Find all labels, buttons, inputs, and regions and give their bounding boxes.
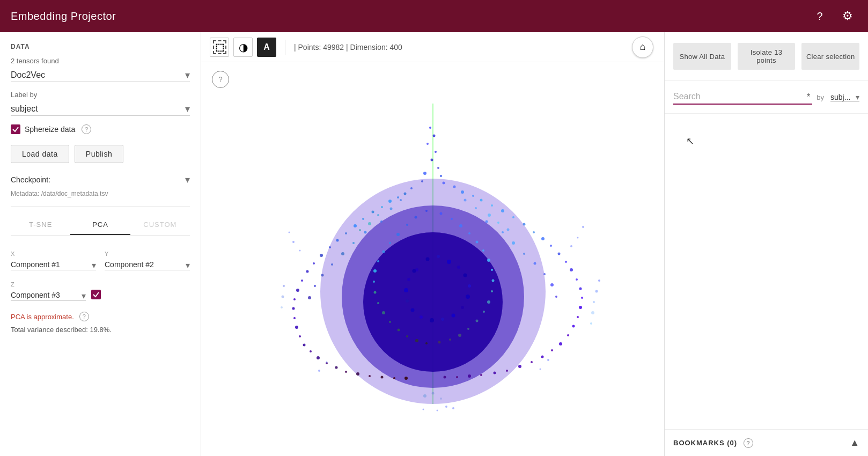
- svg-point-62: [317, 356, 320, 359]
- svg-point-181: [539, 369, 541, 370]
- svg-point-75: [456, 376, 458, 378]
- label-button[interactable]: A: [257, 38, 276, 57]
- svg-point-143: [389, 242, 391, 244]
- canvas-area[interactable]: ⬚ ◑ A | Points: 49982 | Dimension: 400 ⌂…: [201, 32, 664, 456]
- bookmarks-section[interactable]: BOOKMARKS (0) ? ▲: [665, 429, 868, 456]
- svg-point-22: [388, 200, 392, 203]
- scatter-plot-svg: [251, 93, 615, 425]
- svg-point-120: [457, 266, 460, 269]
- show-all-data-button[interactable]: Show All Data: [673, 43, 731, 70]
- help-icon-button[interactable]: ?: [810, 6, 829, 26]
- svg-point-162: [458, 334, 461, 337]
- svg-point-172: [292, 241, 295, 243]
- z-select-wrap: Component #1 Component #2 Component #3 ▾: [11, 290, 86, 301]
- data-section-label: DATA: [11, 43, 190, 50]
- svg-point-176: [452, 407, 454, 409]
- svg-point-18: [403, 193, 406, 195]
- svg-point-16: [410, 187, 413, 189]
- svg-point-108: [591, 311, 594, 314]
- bug-icon: ⚙: [842, 9, 853, 23]
- svg-point-137: [414, 216, 417, 219]
- sphereize-checkbox[interactable]: [11, 124, 20, 134]
- bug-icon-button[interactable]: ⚙: [838, 6, 857, 26]
- sphereize-label: Sphereize data: [25, 125, 75, 134]
- search-by-select[interactable]: subj...: [830, 93, 859, 102]
- svg-point-171: [288, 232, 290, 233]
- canvas-toolbar: ⬚ ◑ A | Points: 49982 | Dimension: 400 ⌂: [201, 32, 664, 62]
- svg-point-123: [466, 295, 470, 299]
- question-icon: ?: [816, 10, 822, 23]
- publish-button[interactable]: Publish: [75, 145, 123, 163]
- search-by-label: by: [816, 93, 824, 101]
- svg-point-14: [421, 180, 423, 182]
- svg-point-49: [579, 306, 582, 309]
- svg-point-58: [303, 344, 305, 347]
- svg-point-125: [451, 314, 455, 318]
- svg-point-132: [407, 278, 410, 281]
- header-icons: ? ⚙: [810, 6, 857, 26]
- night-mode-icon: ◑: [239, 41, 248, 54]
- svg-point-148: [491, 269, 493, 271]
- svg-point-81: [502, 231, 504, 233]
- svg-point-175: [436, 410, 438, 411]
- search-asterisk-icon: *: [807, 92, 810, 102]
- svg-point-35: [550, 245, 552, 247]
- svg-point-97: [475, 207, 477, 209]
- y-component-select[interactable]: Component #1 Component #2 Component #3: [105, 259, 190, 270]
- xy-axis-row: X Component #1 Component #2 Component #3…: [11, 251, 190, 270]
- x-component-select[interactable]: Component #1 Component #2 Component #3: [11, 259, 96, 270]
- checkpoint-expand-icon[interactable]: ▾: [185, 174, 190, 186]
- tab-custom[interactable]: CUSTOM: [130, 215, 190, 235]
- isolate-points-button[interactable]: Isolate 13 points: [738, 43, 796, 70]
- sphereize-help-icon[interactable]: ?: [82, 124, 91, 134]
- pca-help-icon[interactable]: ?: [79, 312, 89, 321]
- load-data-button[interactable]: Load data: [11, 145, 69, 163]
- svg-point-98: [389, 208, 392, 210]
- z-enable-checkbox[interactable]: [91, 290, 101, 299]
- svg-point-135: [425, 210, 428, 212]
- svg-point-37: [557, 253, 560, 255]
- search-input[interactable]: [673, 90, 812, 105]
- night-mode-button[interactable]: ◑: [233, 38, 253, 57]
- home-button[interactable]: ⌂: [632, 36, 653, 58]
- canvas-help-button[interactable]: ?: [212, 71, 229, 88]
- svg-point-77: [443, 376, 446, 379]
- clear-selection-button[interactable]: Clear selection: [801, 43, 859, 70]
- svg-point-66: [335, 366, 337, 369]
- app-title: Embedding Projector: [11, 10, 116, 23]
- svg-point-28: [362, 218, 364, 220]
- svg-point-15: [453, 186, 455, 188]
- svg-point-128: [420, 315, 423, 319]
- svg-point-20: [397, 196, 399, 198]
- tab-tsne[interactable]: T-SNE: [11, 215, 70, 235]
- embedding-visualization[interactable]: [201, 62, 664, 456]
- svg-point-42: [306, 270, 308, 273]
- bookmarks-expand-icon[interactable]: ▲: [850, 437, 859, 448]
- bookmarks-help-icon[interactable]: ?: [744, 438, 753, 448]
- svg-point-32: [345, 232, 347, 234]
- label-select[interactable]: subject: [11, 102, 190, 116]
- svg-point-53: [572, 325, 575, 328]
- svg-point-50: [292, 307, 295, 310]
- checkmark-icon: [12, 126, 19, 133]
- tensor-dropdown-row: Doc2Vec ▾: [11, 68, 190, 82]
- svg-point-118: [437, 255, 440, 258]
- tensors-found-text: 2 tensors found: [11, 57, 190, 65]
- svg-point-61: [541, 356, 543, 358]
- svg-point-19: [472, 195, 474, 197]
- svg-point-146: [487, 259, 490, 262]
- svg-point-173: [299, 250, 300, 252]
- tensor-select[interactable]: Doc2Vec: [11, 68, 190, 82]
- select-box-button[interactable]: ⬚: [210, 38, 229, 57]
- svg-point-126: [441, 318, 444, 321]
- svg-point-95: [464, 199, 466, 202]
- svg-point-94: [308, 296, 311, 299]
- bookmarks-text: BOOKMARKS (0): [673, 439, 737, 447]
- tab-pca[interactable]: PCA: [70, 215, 130, 235]
- checkpoint-meta-text: Metadata: /data/doc_metadata.tsv: [11, 190, 190, 197]
- z-component-select[interactable]: Component #1 Component #2 Component #3: [11, 290, 86, 301]
- svg-point-69: [493, 372, 496, 374]
- svg-point-59: [551, 349, 553, 351]
- svg-point-68: [345, 371, 347, 373]
- svg-point-86: [341, 252, 344, 255]
